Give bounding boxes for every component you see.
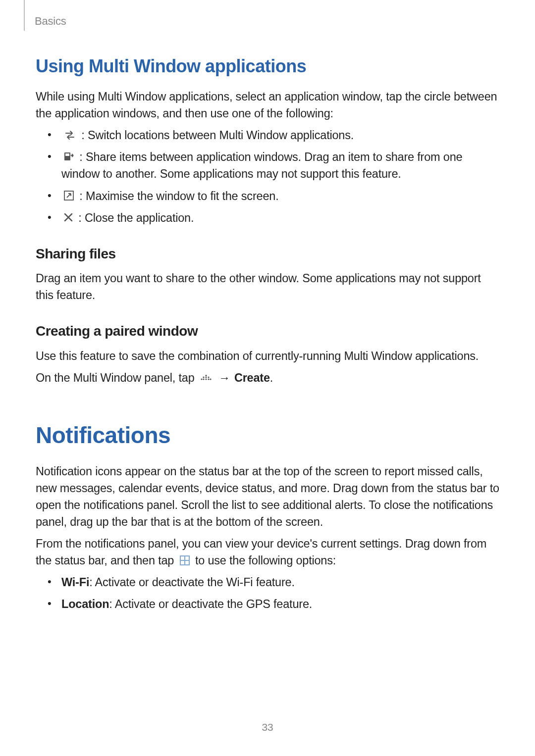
svg-point-3	[201, 378, 202, 380]
list-item-text: : Switch locations between Multi Window …	[81, 129, 354, 142]
list-item: : Switch locations between Multi Window …	[48, 127, 499, 144]
svg-point-10	[208, 378, 209, 380]
heading-creating-paired: Creating a paired window	[36, 321, 499, 342]
svg-point-8	[205, 378, 207, 380]
share-drag-icon	[63, 151, 74, 162]
list-item-text: : Share items between application window…	[61, 151, 462, 180]
quick-settings-grid-icon	[179, 555, 190, 566]
notifications-options-list: Wi-Fi: Activate or deactivate the Wi-Fi …	[36, 574, 499, 612]
heading-sharing-files: Sharing files	[36, 244, 499, 264]
svg-point-11	[210, 378, 211, 380]
list-item: Location: Activate or deactivate the GPS…	[48, 596, 499, 612]
svg-point-5	[203, 378, 204, 380]
notifications-p1: Notification icons appear on the status …	[36, 463, 499, 530]
list-item-text: : Close the application.	[78, 211, 194, 224]
svg-point-9	[208, 376, 209, 378]
header-divider	[24, 0, 25, 31]
heading-notifications: Notifications	[36, 419, 499, 452]
maximize-icon	[63, 190, 74, 201]
option-bold: Wi-Fi	[61, 576, 89, 589]
close-icon	[63, 212, 73, 222]
create-label: Create	[234, 371, 270, 384]
list-item: Wi-Fi: Activate or deactivate the Wi-Fi …	[48, 574, 499, 591]
notifications-p2-post: to use the following options:	[192, 554, 336, 567]
page-content: Using Multi Window applications While us…	[36, 53, 499, 617]
section-label: Basics	[35, 15, 66, 28]
page-header: Basics	[24, 0, 66, 31]
paired-p2-post: .	[270, 371, 273, 384]
svg-rect-15	[181, 561, 184, 564]
list-item: : Maximise the window to fit the screen.	[48, 188, 499, 204]
list-item-text: : Maximise the window to fit the screen.	[79, 190, 278, 202]
notifications-p2: From the notifications panel, you can vi…	[36, 535, 499, 569]
svg-rect-16	[185, 561, 189, 564]
option-bold: Location	[61, 598, 109, 610]
paired-p2-pre: On the Multi Window panel, tap	[36, 371, 198, 384]
list-item: : Close the application.	[48, 209, 499, 226]
svg-point-4	[203, 376, 204, 378]
menu-dots-icon	[200, 374, 213, 381]
svg-point-6	[205, 375, 207, 376]
svg-rect-14	[185, 556, 189, 560]
option-text: : Activate or deactivate the GPS feature…	[109, 598, 312, 610]
option-text: : Activate or deactivate the Wi-Fi featu…	[89, 576, 295, 589]
list-item: : Share items between application window…	[48, 149, 499, 182]
svg-rect-13	[181, 556, 184, 560]
multi-window-actions-list: : Switch locations between Multi Window …	[36, 127, 499, 226]
paired-p1: Use this feature to save the combination…	[36, 348, 499, 364]
heading-using-multi-window: Using Multi Window applications	[36, 53, 499, 79]
multi-window-intro: While using Multi Window applications, s…	[36, 88, 499, 122]
svg-rect-1	[65, 153, 69, 156]
sharing-files-text: Drag an item you want to share to the ot…	[36, 270, 499, 303]
svg-point-7	[205, 376, 207, 378]
page-number: 33	[0, 721, 535, 733]
paired-p2: On the Multi Window panel, tap → Create.	[36, 369, 499, 386]
swap-icon	[63, 130, 76, 140]
arrow-right: →	[218, 371, 230, 384]
